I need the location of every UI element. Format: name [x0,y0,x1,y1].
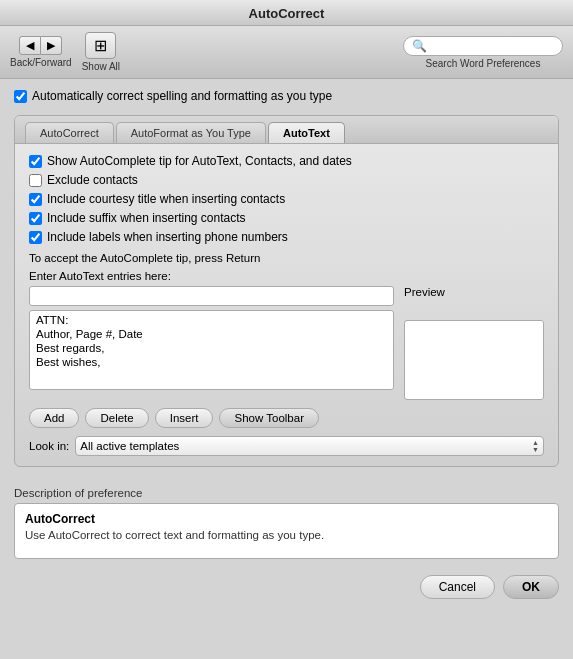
bottom-bar: Cancel OK [0,567,573,607]
insert-button[interactable]: Insert [155,408,214,428]
search-label: Search Word Preferences [426,58,541,69]
look-in-select[interactable]: All active templates ▲ ▼ [75,436,544,456]
ok-button[interactable]: OK [503,575,559,599]
list-item[interactable]: ATTN: [30,313,393,327]
option-label-1: Exclude contacts [47,173,138,187]
option-label-2: Include courtesy title when inserting co… [47,192,285,206]
entry-label: Enter AutoText entries here: [29,270,544,282]
description-title: Description of preference [14,487,559,499]
buttons-row: Add Delete Insert Show Toolbar [29,408,544,428]
search-input[interactable] [431,40,561,52]
show-all-button[interactable]: ⊞ [85,32,116,59]
tab-autotext[interactable]: AutoText [268,122,345,143]
nav-label: Back/Forward [10,57,72,68]
window-title: AutoCorrect [249,6,325,21]
option-row-2: Include courtesy title when inserting co… [29,192,544,206]
option-label-4: Include labels when inserting phone numb… [47,230,288,244]
look-in-value: All active templates [80,440,528,452]
option-label-3: Include suffix when inserting contacts [47,211,246,225]
entry-left: ATTN: Author, Page #, Date Best regards,… [29,286,394,400]
description-name: AutoCorrect [25,512,548,526]
description-section: Description of preference AutoCorrect Us… [14,487,559,559]
toolbar: ◀ ▶ Back/Forward ⊞ Show All 🔍 Search Wor… [0,26,573,79]
tab-autoformat[interactable]: AutoFormat as You Type [116,122,266,143]
search-icon: 🔍 [412,39,427,53]
main-content: Automatically correct spelling and forma… [0,79,573,477]
look-in-arrows: ▲ ▼ [532,439,539,453]
entry-area: ATTN: Author, Page #, Date Best regards,… [29,286,544,400]
entry-list-wrap: ATTN: Author, Page #, Date Best regards,… [29,310,394,390]
auto-correct-checkbox[interactable] [14,90,27,103]
auto-correct-label: Automatically correct spelling and forma… [32,89,332,103]
show-all-label: Show All [82,61,120,72]
preview-area [404,320,544,400]
back-button[interactable]: ◀ [19,36,41,55]
search-input-wrap[interactable]: 🔍 [403,36,563,56]
option-checkbox-3[interactable] [29,212,42,225]
option-checkbox-1[interactable] [29,174,42,187]
tab-autocorrect[interactable]: AutoCorrect [25,122,114,143]
option-checkbox-0[interactable] [29,155,42,168]
delete-button[interactable]: Delete [85,408,148,428]
option-row-3: Include suffix when inserting contacts [29,211,544,225]
description-text: Use AutoCorrect to correct text and form… [25,529,548,541]
nav-buttons[interactable]: ◀ ▶ [19,36,62,55]
cancel-button[interactable]: Cancel [420,575,495,599]
preview-label: Preview [404,286,544,298]
add-button[interactable]: Add [29,408,79,428]
search-group: 🔍 Search Word Preferences [403,36,563,69]
option-label-0: Show AutoComplete tip for AutoText, Cont… [47,154,352,168]
tabs-bar: AutoCorrect AutoFormat as You Type AutoT… [15,116,558,144]
list-item[interactable]: Best wishes, [30,355,393,369]
forward-button[interactable]: ▶ [41,36,62,55]
title-bar: AutoCorrect [0,0,573,26]
option-checkbox-4[interactable] [29,231,42,244]
show-toolbar-button[interactable]: Show Toolbar [219,408,318,428]
option-row-0: Show AutoComplete tip for AutoText, Cont… [29,154,544,168]
down-arrow-icon: ▼ [532,446,539,453]
show-all-group: ⊞ Show All [82,32,120,72]
option-row-4: Include labels when inserting phone numb… [29,230,544,244]
top-option-row: Automatically correct spelling and forma… [14,89,559,103]
option-row-1: Exclude contacts [29,173,544,187]
entry-list[interactable]: ATTN: Author, Page #, Date Best regards,… [30,311,393,389]
option-checkbox-2[interactable] [29,193,42,206]
hint-text: To accept the AutoComplete tip, press Re… [29,252,544,264]
list-item[interactable]: Best regards, [30,341,393,355]
up-arrow-icon: ▲ [532,439,539,446]
look-in-label: Look in: [29,440,69,452]
description-box: AutoCorrect Use AutoCorrect to correct t… [14,503,559,559]
nav-group: ◀ ▶ Back/Forward [10,36,72,68]
look-in-row: Look in: All active templates ▲ ▼ [29,436,544,456]
entry-text-input[interactable] [29,286,394,306]
panel-body: Show AutoComplete tip for AutoText, Cont… [15,144,558,466]
panel: AutoCorrect AutoFormat as You Type AutoT… [14,115,559,467]
list-item[interactable]: Author, Page #, Date [30,327,393,341]
preview-box: Preview [404,286,544,400]
